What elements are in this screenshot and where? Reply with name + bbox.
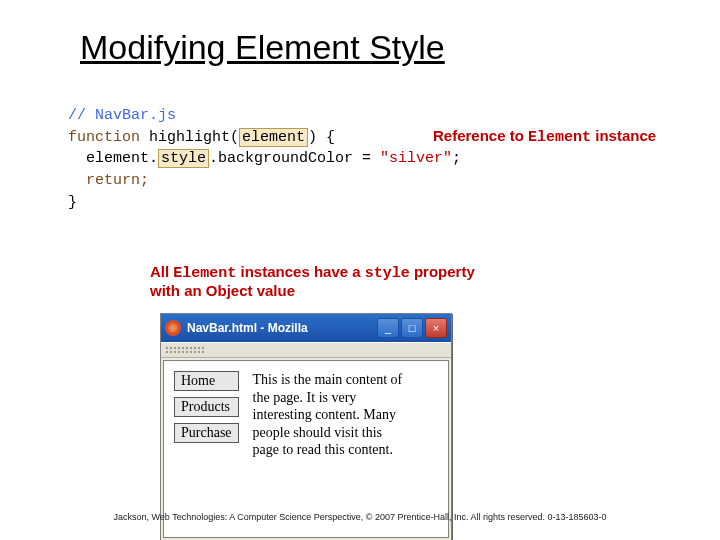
brace-close: } [68, 194, 77, 211]
annot2-pre: All [150, 263, 173, 280]
maximize-button[interactable]: □ [401, 318, 423, 338]
minimize-button[interactable]: _ [377, 318, 399, 338]
close-button[interactable]: × [425, 318, 447, 338]
mozilla-icon [165, 320, 181, 336]
kw-function: function [68, 129, 140, 146]
toolbar-grip [165, 346, 205, 354]
annot1-pre: Reference to [433, 127, 528, 144]
toolbar [161, 342, 451, 358]
annot2-post: property [410, 263, 475, 280]
browser-window: NavBar.html - Mozilla _ □ × Home Product… [160, 313, 452, 540]
code-comment: // NavBar.js [68, 107, 176, 124]
code-snippet: // NavBar.js function highlight(element)… [68, 83, 660, 257]
main-content-text: This is the main content of the page. It… [253, 371, 403, 521]
nav-home[interactable]: Home [174, 371, 239, 391]
window-title: NavBar.html - Mozilla [187, 321, 377, 335]
func-name: highlight [149, 129, 230, 146]
footer-citation: Jackson, Web Technologies: A Computer Sc… [0, 512, 720, 522]
param-element-hilite: element [239, 128, 308, 147]
kw-return: return; [68, 172, 149, 189]
annot2-line2: with an Object value [150, 282, 295, 299]
annot2-c1: Element [173, 265, 236, 282]
annotation-reference: Reference to Element instance [408, 103, 656, 170]
annot2-mid: instances have a [236, 263, 364, 280]
nav-purchase[interactable]: Purchase [174, 423, 239, 443]
annot1-post: instance [591, 127, 656, 144]
code-l2b: .backgroundColor = [209, 150, 380, 167]
annot2-c2: style [365, 265, 410, 282]
nav-column: Home Products Purchase [174, 371, 239, 521]
code-l2a: element. [68, 150, 158, 167]
nav-products[interactable]: Products [174, 397, 239, 417]
annotation-style: All Element instances have a style prope… [150, 263, 660, 299]
slide-title: Modifying Element Style [80, 28, 660, 67]
style-hilite: style [158, 149, 209, 168]
annot1-code: Element [528, 129, 591, 146]
paren: ) { [308, 129, 335, 146]
titlebar: NavBar.html - Mozilla _ □ × [161, 314, 451, 342]
